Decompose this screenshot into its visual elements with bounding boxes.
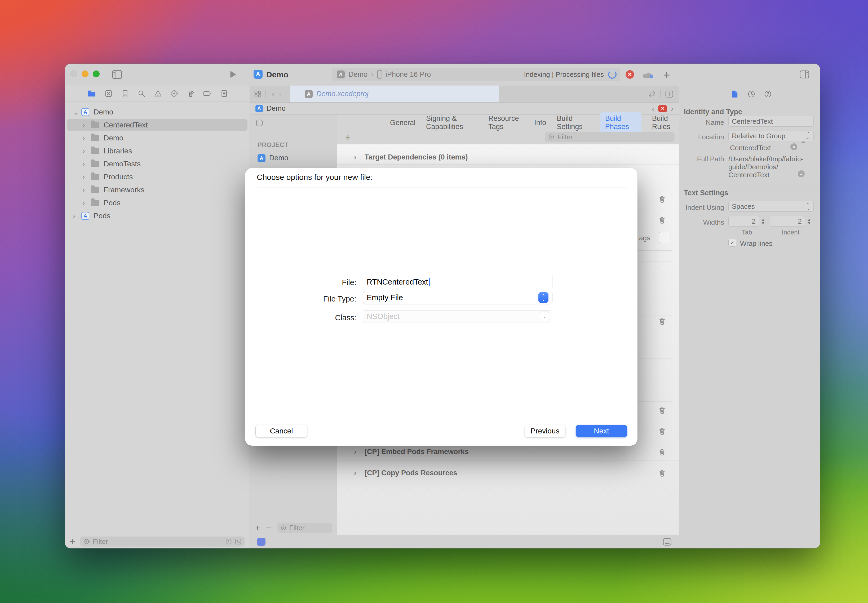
project-navigator-icon[interactable]	[87, 90, 96, 97]
file-name-input[interactable]: RTNCenteredText	[363, 276, 552, 288]
error-count-badge[interactable]: ✕	[658, 105, 667, 112]
build-phases-filter-field[interactable]: Filter	[545, 132, 675, 142]
chevron-down-icon[interactable]: ⌄	[73, 108, 79, 117]
tests-icon[interactable]	[170, 90, 178, 97]
run-button[interactable]	[229, 70, 237, 79]
adjust-editor-bottom-bar-icon[interactable]	[662, 538, 672, 546]
scheme-device[interactable]: iPhone 16 Pro	[385, 71, 431, 79]
chevron-right-icon[interactable]: ›	[82, 186, 88, 194]
clear-location-icon[interactable]: ✕	[791, 143, 797, 150]
file-inspector-icon[interactable]	[731, 90, 738, 98]
swap-editor-icon[interactable]	[648, 90, 656, 98]
row-copy-pods-resources[interactable]: › [CP] Copy Pods Resources	[354, 467, 457, 479]
forward-chevron-icon[interactable]: ›	[279, 89, 282, 99]
add-editor-icon[interactable]	[665, 90, 673, 98]
chevron-right-icon[interactable]: ›	[354, 469, 360, 477]
tab-overview-grid-icon[interactable]	[254, 90, 262, 98]
trash-icon[interactable]	[659, 195, 665, 203]
toggle-right-sidebar-icon[interactable]	[799, 71, 809, 79]
chevron-right-icon[interactable]: ›	[82, 160, 88, 168]
trash-icon[interactable]	[659, 407, 665, 414]
quick-help-inspector-icon[interactable]	[764, 90, 772, 98]
sidebar-item-frameworks[interactable]: › Frameworks	[65, 184, 249, 196]
navigator-filter-field[interactable]: Filter	[80, 537, 245, 547]
tab-signing-capabilities[interactable]: Signing & Capabilities	[426, 114, 478, 131]
tab-general[interactable]: General	[390, 119, 415, 127]
sidebar-item-centeredtext[interactable]: › CenteredText	[65, 119, 249, 131]
minimize-button[interactable]	[82, 71, 88, 77]
chevron-right-icon[interactable]: ›	[82, 147, 88, 155]
error-badge-icon[interactable]: ✕	[625, 70, 634, 79]
jump-bar-item[interactable]: Demo	[266, 104, 286, 113]
debug-icon[interactable]	[187, 90, 195, 97]
recent-clock-icon[interactable]	[225, 538, 232, 545]
bookmarks-icon[interactable]	[121, 90, 129, 97]
add-target-plus-icon[interactable]: +	[255, 523, 260, 533]
add-item-plus-icon[interactable]: +	[663, 68, 670, 82]
close-button[interactable]	[71, 71, 77, 77]
sidebar-item-pods-project[interactable]: › A Pods	[65, 210, 249, 222]
issues-icon[interactable]	[154, 90, 162, 97]
issue-prev-chevron-icon[interactable]: ‹	[652, 104, 654, 113]
tab-width-stepper[interactable]: ▲▼	[760, 216, 766, 227]
chevron-right-icon[interactable]: ›	[354, 448, 360, 456]
sidebar-item-demo-project[interactable]: ⌄ A Demo	[65, 106, 249, 118]
reports-icon[interactable]	[220, 90, 228, 97]
chevron-right-icon[interactable]: ›	[82, 173, 88, 181]
file-type-select[interactable]: Empty File ⌃⌄	[363, 291, 552, 304]
chevron-right-icon[interactable]: ›	[82, 134, 88, 142]
target-filter-field[interactable]: Filter	[277, 523, 332, 533]
tab-resource-tags[interactable]: Resource Tags	[488, 114, 523, 131]
tab-demo-xcodeproj[interactable]: A Demo.xcodeproj	[290, 85, 499, 102]
sidebar-item-pods-group[interactable]: › Pods	[65, 197, 249, 209]
indent-width-field[interactable]: 2	[770, 216, 805, 227]
next-button[interactable]: Next	[576, 425, 627, 437]
chevron-right-icon[interactable]: ›	[73, 212, 79, 220]
add-build-phase-plus-icon[interactable]: +	[345, 131, 351, 143]
back-chevron-icon[interactable]: ‹	[272, 89, 274, 99]
trash-icon[interactable]	[659, 216, 665, 224]
sidebar-item-libraries[interactable]: › Libraries	[65, 145, 249, 157]
source-control-icon[interactable]	[105, 90, 113, 97]
tab-build-settings[interactable]: Build Settings	[557, 114, 589, 131]
toggle-left-sidebar-icon[interactable]	[112, 70, 122, 79]
history-inspector-icon[interactable]	[747, 90, 755, 98]
tab-width-field[interactable]: 2	[728, 216, 759, 227]
row-target-dependencies[interactable]: › Target Dependencies (0 items)	[354, 151, 468, 163]
breakpoints-icon[interactable]	[203, 90, 212, 97]
location-dropdown[interactable]: Relative to Group ⌃⌄	[728, 131, 814, 141]
chevron-right-icon[interactable]: ›	[354, 153, 360, 161]
trash-icon[interactable]	[659, 427, 665, 435]
name-field[interactable]: CenteredText	[728, 116, 814, 127]
sidebar-item-demotests[interactable]: › DemoTests	[65, 158, 249, 170]
tab-build-rules[interactable]: Build Rules	[652, 114, 679, 131]
trash-icon[interactable]	[659, 469, 665, 477]
trash-icon[interactable]	[659, 448, 665, 455]
trash-icon[interactable]	[659, 317, 665, 325]
issue-next-chevron-icon[interactable]: ›	[671, 104, 673, 113]
wrap-lines-checkbox[interactable]: ✓	[728, 239, 736, 247]
project-item-demo[interactable]: A Demo	[258, 154, 288, 162]
remove-target-minus-icon[interactable]: −	[266, 523, 271, 533]
zoom-button[interactable]	[93, 71, 100, 77]
sidebar-item-demo-group[interactable]: › Demo	[65, 132, 249, 144]
tab-info[interactable]: Info	[534, 119, 546, 127]
chevron-right-icon[interactable]: ›	[82, 199, 88, 207]
scheme-and-activity-area[interactable]: A Demo › iPhone 16 Pro Indexing | Proces…	[332, 68, 620, 81]
class-combo-box[interactable]: NSObject ⌄	[363, 310, 551, 322]
chevron-right-icon[interactable]: ›	[82, 121, 88, 129]
sidebar-item-products[interactable]: › Products	[65, 171, 249, 183]
editor-focus-icon[interactable]	[257, 538, 266, 546]
indent-width-stepper[interactable]: ▲▼	[806, 216, 812, 227]
previous-button[interactable]: Previous	[525, 425, 565, 437]
find-icon[interactable]	[138, 90, 145, 97]
collapse-project-list-icon[interactable]	[255, 119, 263, 127]
indent-using-dropdown[interactable]: Spaces ⌃⌄	[728, 201, 814, 212]
row-separator	[337, 164, 679, 165]
navigator-add-plus-icon[interactable]: +	[70, 536, 75, 547]
scheme-target[interactable]: Demo	[348, 71, 368, 79]
open-full-path-arrow-icon[interactable]: →	[798, 170, 805, 177]
flagged-filter-icon[interactable]	[235, 538, 241, 545]
row-embed-pods-frameworks[interactable]: › [CP] Embed Pods Frameworks	[354, 446, 469, 458]
cancel-button[interactable]: Cancel	[256, 425, 307, 437]
